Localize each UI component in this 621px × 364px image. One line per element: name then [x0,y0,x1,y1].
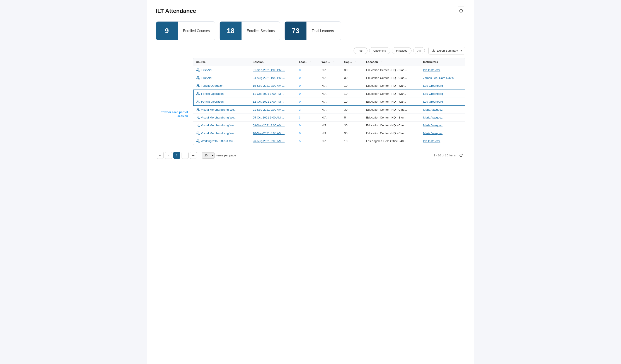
course-link[interactable]: Visual Merchandising Wo... [196,116,248,119]
table-row: Working with Difficult Cu... 26-Aug-2021… [193,137,465,145]
col-capacity-menu[interactable]: ⋮ [354,61,357,64]
pagination-page-1-button[interactable]: 1 [173,152,180,159]
filter-upcoming-button[interactable]: Upcoming [369,47,390,54]
col-session-menu[interactable]: ⋮ [266,61,268,64]
cell-capacity: 10 [342,98,363,106]
cell-web: N/A [319,98,342,106]
cell-web: N/A [319,129,342,137]
header-row: Course ⋮ Session ⋮ Lear... ⋮ Web... [193,58,465,66]
table-area: Row for each part of session Course ⋮ Se… [193,58,465,145]
instructor-link[interactable]: Sara Davis [439,76,454,80]
cell-location: Los Angeles Field Office - 40... [363,137,421,145]
table-row: First Aid 01-Sep-2021 1:00 PM ...0N/A30E… [193,66,465,74]
stat-label-enrolled-courses: Enrolled Courses [178,29,215,33]
cell-learners: 0 [296,74,319,82]
cell-web: N/A [319,106,342,114]
instructor-link[interactable]: Lou Greenberg [423,84,443,87]
col-capacity: Cap... ⋮ [342,58,363,66]
course-link[interactable]: First Aid [196,68,248,72]
filter-past-button[interactable]: Past [354,47,367,54]
cell-web: N/A [319,82,342,90]
course-link[interactable]: First Aid [196,76,248,80]
stats-row: 9 Enrolled Courses 18 Enrolled Sessions … [156,21,465,40]
instructor-link[interactable]: Maria Vasquez [423,124,443,127]
filter-finalized-button[interactable]: Finalized [392,47,412,54]
course-icon [196,100,200,103]
session-link[interactable]: 12-Oct-2021 1:00 PM ... [253,100,284,103]
session-link[interactable]: 15-Sep-2021 8:00 AM ... [253,84,284,87]
stat-num-enrolled-courses: 9 [156,22,178,40]
pagination-last-button[interactable]: ⏭ [190,152,197,159]
cell-instructors: Maria Vasquez [420,129,465,137]
cell-course: Forklift Operation [193,90,250,98]
cell-session: 21-Sep-2021 9:00 AM ... [250,106,296,114]
refresh-button[interactable] [457,7,465,15]
pagination-first-button[interactable]: ⏮ [157,152,164,159]
learner-count: 0 [299,100,301,103]
session-link[interactable]: 05-Oct-2021 9:00 AM ... [253,116,284,119]
export-dropdown-icon: ▾ [461,49,462,52]
course-icon [196,116,200,119]
cell-instructors: Lou Greenberg [420,82,465,90]
pagination-refresh-button[interactable] [458,152,465,159]
session-link[interactable]: 01-Sep-2021 1:00 PM ... [253,68,285,72]
cell-web: N/A [319,90,342,98]
course-link[interactable]: Visual Merchandising Wo... [196,108,248,112]
export-summary-label: Export Summary [437,49,458,52]
svg-point-10 [197,140,198,141]
pagination-prev-button[interactable]: ‹ [165,152,172,159]
instructor-link[interactable]: Maria Vasquez [423,108,443,111]
stat-num-enrolled-sessions: 18 [220,22,242,40]
session-link[interactable]: 26-Aug-2021 9:00 AM ... [253,139,284,143]
cell-course: Visual Merchandising Wo... [193,106,250,114]
instructor-link[interactable]: Ida Instructor [423,68,440,72]
session-link[interactable]: 09-Nov-2021 8:00 AM ... [253,124,284,127]
session-link[interactable]: 11-Oct-2021 1:00 PM ... [253,92,284,95]
course-link[interactable]: Forklift Operation [196,100,248,103]
svg-point-5 [197,100,198,101]
cell-course: Working with Difficult Cu... [193,137,250,145]
cell-session: 05-Oct-2021 9:00 AM ... [250,114,296,122]
filter-all-button[interactable]: All [413,47,425,54]
course-name: First Aid [201,68,212,72]
cell-course: Visual Merchandising Wo... [193,122,250,129]
svg-point-1 [197,69,198,70]
cell-course: Forklift Operation [193,82,250,90]
cell-session: 11-Oct-2021 1:00 PM ... [250,90,296,98]
header-row: ILT Attendance [156,7,465,15]
course-link[interactable]: Forklift Operation [196,84,248,88]
cell-web: N/A [319,137,342,145]
export-summary-button[interactable]: Export Summary ▾ [428,47,465,54]
course-link[interactable]: Visual Merchandising Wo... [196,124,248,127]
course-icon [196,108,200,112]
course-link[interactable]: Visual Merchandising Wo... [196,131,248,135]
instructor-link[interactable]: Ida Instructor [423,139,440,143]
col-location-menu[interactable]: ⋮ [380,61,382,64]
cell-instructors: Maria Vasquez [420,114,465,122]
course-link[interactable]: Working with Difficult Cu... [196,139,248,143]
session-link[interactable]: 10-Nov-2021 8:00 AM ... [253,132,284,135]
col-course-menu[interactable]: ⋮ [208,61,210,64]
session-link[interactable]: 21-Sep-2021 9:00 AM ... [253,108,284,111]
course-icon [196,76,200,80]
course-name: Visual Merchandising Wo... [201,132,237,135]
instructor-link[interactable]: Lou Greenberg [423,100,443,103]
instructor-link[interactable]: James Lee [423,76,437,80]
items-per-page-select[interactable]: 10 20 50 100 [202,152,215,159]
instructor-link[interactable]: Lou Greenberg [423,92,443,95]
course-link[interactable]: Forklift Operation [196,92,248,96]
session-link[interactable]: 24-Aug-2021 1:00 PM ... [253,76,285,80]
cell-instructors: Maria Vasquez [420,122,465,129]
col-web-menu[interactable]: ⋮ [332,61,335,64]
instructor-link[interactable]: Maria Vasquez [423,132,443,135]
cell-instructors: James Lee, Sara Davis [420,74,465,82]
cell-session: 09-Nov-2021 8:00 AM ... [250,122,296,129]
cell-instructors: Lou Greenberg [420,90,465,98]
cell-capacity: 30 [342,66,363,74]
instructor-link[interactable]: Maria Vasquez [423,116,443,119]
col-learners-menu[interactable]: ⋮ [309,61,312,64]
pagination-next-button[interactable]: › [182,152,189,159]
svg-point-2 [197,76,198,78]
table-body: First Aid 01-Sep-2021 1:00 PM ...0N/A30E… [193,66,465,145]
cell-course: First Aid [193,66,250,74]
